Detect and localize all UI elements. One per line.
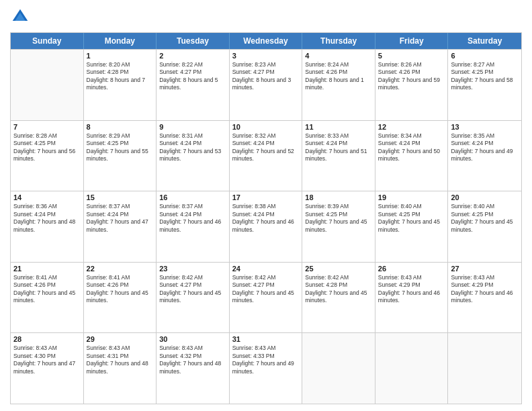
logo <box>10 7 33 27</box>
cell-date: 5 <box>378 52 445 60</box>
cell-date: 2 <box>159 52 226 60</box>
day-cell-26: 26Sunrise: 8:43 AM Sunset: 4:29 PM Dayli… <box>375 263 449 333</box>
cell-info: Sunrise: 8:38 AM Sunset: 4:24 PM Dayligh… <box>232 203 300 234</box>
day-cell-28: 28Sunrise: 8:43 AM Sunset: 4:30 PM Dayli… <box>11 333 84 404</box>
cell-date: 31 <box>232 335 300 343</box>
day-cell-11: 11Sunrise: 8:33 AM Sunset: 4:24 PM Dayli… <box>302 121 375 191</box>
cell-date: 17 <box>232 193 300 201</box>
day-cell-22: 22Sunrise: 8:41 AM Sunset: 4:26 PM Dayli… <box>84 263 157 333</box>
cell-date: 22 <box>87 265 154 273</box>
cell-info: Sunrise: 8:37 AM Sunset: 4:24 PM Dayligh… <box>87 203 154 234</box>
cell-date: 7 <box>13 123 81 131</box>
cell-date: 26 <box>378 265 445 273</box>
cell-date: 8 <box>87 123 154 131</box>
cell-info: Sunrise: 8:41 AM Sunset: 4:26 PM Dayligh… <box>13 274 81 305</box>
cell-date: 13 <box>451 123 519 131</box>
calendar-body: 1Sunrise: 8:20 AM Sunset: 4:28 PM Daylig… <box>11 49 521 404</box>
cell-info: Sunrise: 8:43 AM Sunset: 4:33 PM Dayligh… <box>232 345 300 375</box>
day-cell-19: 19Sunrise: 8:40 AM Sunset: 4:25 PM Dayli… <box>375 191 449 262</box>
header <box>10 7 522 27</box>
cell-date: 19 <box>378 193 445 201</box>
day-cell-1: 1Sunrise: 8:20 AM Sunset: 4:28 PM Daylig… <box>84 50 157 120</box>
cell-info: Sunrise: 8:39 AM Sunset: 4:25 PM Dayligh… <box>305 203 372 234</box>
cell-date: 27 <box>451 265 519 273</box>
cell-date: 11 <box>305 123 372 131</box>
day-cell-31: 31Sunrise: 8:43 AM Sunset: 4:33 PM Dayli… <box>230 333 303 404</box>
day-header-monday: Monday <box>84 33 157 49</box>
cell-info: Sunrise: 8:29 AM Sunset: 4:25 PM Dayligh… <box>87 132 154 163</box>
cell-date: 14 <box>13 193 81 201</box>
day-cell-4: 4Sunrise: 8:24 AM Sunset: 4:26 PM Daylig… <box>302 50 375 120</box>
cell-date: 18 <box>305 193 372 201</box>
calendar-header: SundayMondayTuesdayWednesdayThursdayFrid… <box>11 33 521 49</box>
day-cell-23: 23Sunrise: 8:42 AM Sunset: 4:27 PM Dayli… <box>157 263 230 333</box>
cell-info: Sunrise: 8:42 AM Sunset: 4:27 PM Dayligh… <box>232 274 300 305</box>
page: SundayMondayTuesdayWednesdayThursdayFrid… <box>0 0 532 411</box>
week-3: 14Sunrise: 8:36 AM Sunset: 4:24 PM Dayli… <box>11 191 521 262</box>
week-5: 28Sunrise: 8:43 AM Sunset: 4:30 PM Dayli… <box>11 332 521 404</box>
day-header-wednesday: Wednesday <box>230 33 303 49</box>
week-4: 21Sunrise: 8:41 AM Sunset: 4:26 PM Dayli… <box>11 262 521 333</box>
cell-info: Sunrise: 8:41 AM Sunset: 4:26 PM Dayligh… <box>87 274 154 305</box>
cell-date: 20 <box>451 193 519 201</box>
cell-info: Sunrise: 8:32 AM Sunset: 4:24 PM Dayligh… <box>232 132 300 163</box>
cell-date: 23 <box>159 265 226 273</box>
cell-info: Sunrise: 8:26 AM Sunset: 4:26 PM Dayligh… <box>378 61 445 92</box>
cell-date: 25 <box>305 265 372 273</box>
cell-info: Sunrise: 8:34 AM Sunset: 4:24 PM Dayligh… <box>378 132 445 163</box>
day-header-sunday: Sunday <box>11 33 84 49</box>
cell-date: 9 <box>159 123 226 131</box>
cell-date: 1 <box>87 52 154 60</box>
day-cell-14: 14Sunrise: 8:36 AM Sunset: 4:24 PM Dayli… <box>11 191 84 262</box>
day-header-thursday: Thursday <box>302 33 375 49</box>
day-cell-25: 25Sunrise: 8:42 AM Sunset: 4:28 PM Dayli… <box>302 263 375 333</box>
cell-info: Sunrise: 8:42 AM Sunset: 4:27 PM Dayligh… <box>159 274 226 305</box>
cell-date: 16 <box>159 193 226 201</box>
cell-info: Sunrise: 8:22 AM Sunset: 4:27 PM Dayligh… <box>159 61 226 92</box>
cell-date: 4 <box>305 52 372 60</box>
cell-date: 24 <box>232 265 300 273</box>
cell-info: Sunrise: 8:31 AM Sunset: 4:24 PM Dayligh… <box>159 132 226 163</box>
cell-date: 10 <box>232 123 300 131</box>
day-cell-20: 20Sunrise: 8:40 AM Sunset: 4:25 PM Dayli… <box>448 191 521 262</box>
logo-icon <box>10 7 30 27</box>
day-cell-9: 9Sunrise: 8:31 AM Sunset: 4:24 PM Daylig… <box>157 121 230 191</box>
day-cell-30: 30Sunrise: 8:43 AM Sunset: 4:32 PM Dayli… <box>157 333 230 404</box>
day-cell-29: 29Sunrise: 8:43 AM Sunset: 4:31 PM Dayli… <box>84 333 157 404</box>
day-cell-10: 10Sunrise: 8:32 AM Sunset: 4:24 PM Dayli… <box>230 121 303 191</box>
cell-info: Sunrise: 8:40 AM Sunset: 4:25 PM Dayligh… <box>451 203 519 234</box>
week-1: 1Sunrise: 8:20 AM Sunset: 4:28 PM Daylig… <box>11 49 521 120</box>
day-cell-6: 6Sunrise: 8:27 AM Sunset: 4:25 PM Daylig… <box>448 50 521 120</box>
empty-cell <box>11 50 84 120</box>
cell-info: Sunrise: 8:43 AM Sunset: 4:29 PM Dayligh… <box>378 274 445 305</box>
cell-info: Sunrise: 8:23 AM Sunset: 4:27 PM Dayligh… <box>232 61 300 92</box>
calendar: SundayMondayTuesdayWednesdayThursdayFrid… <box>10 32 522 404</box>
empty-cell <box>375 333 449 404</box>
cell-info: Sunrise: 8:35 AM Sunset: 4:24 PM Dayligh… <box>451 132 519 163</box>
day-cell-27: 27Sunrise: 8:43 AM Sunset: 4:29 PM Dayli… <box>448 263 521 333</box>
cell-date: 21 <box>13 265 81 273</box>
cell-date: 6 <box>451 52 519 60</box>
day-cell-12: 12Sunrise: 8:34 AM Sunset: 4:24 PM Dayli… <box>375 121 449 191</box>
cell-info: Sunrise: 8:37 AM Sunset: 4:24 PM Dayligh… <box>159 203 226 234</box>
cell-info: Sunrise: 8:33 AM Sunset: 4:24 PM Dayligh… <box>305 132 372 163</box>
day-cell-2: 2Sunrise: 8:22 AM Sunset: 4:27 PM Daylig… <box>157 50 230 120</box>
cell-info: Sunrise: 8:43 AM Sunset: 4:30 PM Dayligh… <box>13 345 81 375</box>
cell-info: Sunrise: 8:43 AM Sunset: 4:29 PM Dayligh… <box>451 274 519 305</box>
cell-date: 29 <box>87 335 154 343</box>
day-cell-24: 24Sunrise: 8:42 AM Sunset: 4:27 PM Dayli… <box>230 263 303 333</box>
cell-info: Sunrise: 8:43 AM Sunset: 4:31 PM Dayligh… <box>87 345 154 375</box>
day-cell-17: 17Sunrise: 8:38 AM Sunset: 4:24 PM Dayli… <box>230 191 303 262</box>
day-cell-7: 7Sunrise: 8:28 AM Sunset: 4:25 PM Daylig… <box>11 121 84 191</box>
cell-info: Sunrise: 8:42 AM Sunset: 4:28 PM Dayligh… <box>305 274 372 305</box>
week-2: 7Sunrise: 8:28 AM Sunset: 4:25 PM Daylig… <box>11 120 521 191</box>
day-header-tuesday: Tuesday <box>157 33 230 49</box>
day-cell-21: 21Sunrise: 8:41 AM Sunset: 4:26 PM Dayli… <box>11 263 84 333</box>
day-cell-15: 15Sunrise: 8:37 AM Sunset: 4:24 PM Dayli… <box>84 191 157 262</box>
cell-info: Sunrise: 8:36 AM Sunset: 4:24 PM Dayligh… <box>13 203 81 234</box>
cell-info: Sunrise: 8:28 AM Sunset: 4:25 PM Dayligh… <box>13 132 81 163</box>
day-cell-5: 5Sunrise: 8:26 AM Sunset: 4:26 PM Daylig… <box>375 50 449 120</box>
empty-cell <box>302 333 375 404</box>
day-cell-18: 18Sunrise: 8:39 AM Sunset: 4:25 PM Dayli… <box>302 191 375 262</box>
cell-date: 28 <box>13 335 81 343</box>
